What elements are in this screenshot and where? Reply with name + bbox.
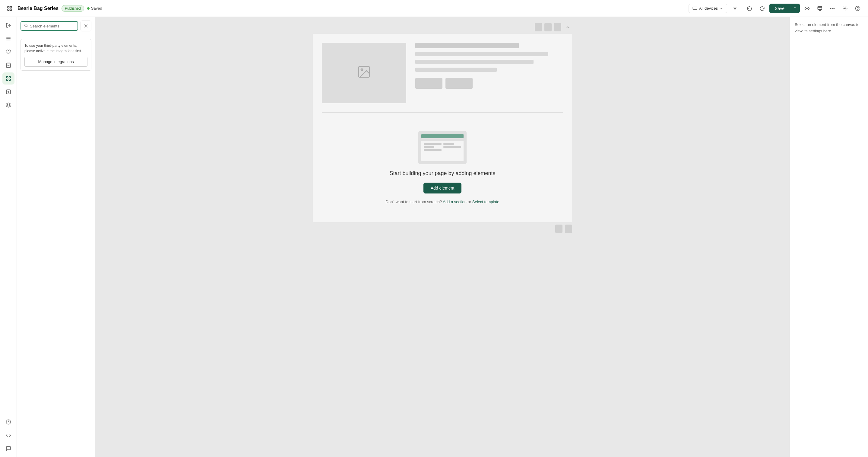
scratch-text: Don't want to start from scratch? Add a …: [386, 200, 499, 204]
canvas-page: Start building your page by adding eleme…: [313, 34, 572, 222]
product-buttons: [415, 78, 563, 89]
search-bar: [17, 17, 95, 35]
sidebar-item-exit[interactable]: [2, 19, 14, 31]
empty-state-preview: [418, 131, 467, 164]
more-options-button[interactable]: [827, 3, 838, 14]
svg-rect-1: [10, 6, 12, 8]
preview-line-4: [443, 143, 454, 145]
preview-col-2: [443, 143, 461, 159]
search-input-wrap[interactable]: [21, 21, 78, 31]
right-panel: Select an element from the canvas to vie…: [789, 17, 868, 457]
manage-integrations-button[interactable]: Manage integrations: [25, 57, 88, 67]
svg-point-10: [831, 8, 831, 8]
preview-line-1: [424, 143, 441, 145]
product-desc-bar-1: [415, 52, 548, 56]
save-dropdown-button[interactable]: [790, 4, 800, 13]
preview-line-5: [443, 146, 461, 148]
element-settings-button[interactable]: [81, 21, 91, 31]
sidebar-item-elements[interactable]: [2, 73, 14, 85]
preview-col-1: [424, 143, 441, 159]
product-title-bar: [415, 43, 519, 48]
redo-button[interactable]: [757, 3, 768, 14]
canvas-bottom-controls: [313, 225, 572, 233]
svg-point-32: [85, 25, 87, 27]
product-section: [313, 34, 572, 112]
preview-line-2: [424, 146, 434, 148]
device-selector[interactable]: All devices: [688, 4, 727, 13]
image-placeholder-icon: [357, 65, 371, 82]
svg-rect-9: [818, 6, 822, 10]
sidebar-item-add-section[interactable]: [2, 86, 14, 98]
add-section-link[interactable]: Add a section: [443, 200, 467, 204]
sidebar-item-store[interactable]: [2, 59, 14, 71]
svg-rect-0: [7, 6, 9, 8]
svg-rect-22: [9, 76, 10, 78]
product-info: [406, 43, 563, 103]
icon-sidebar: [0, 17, 17, 457]
sidebar-item-pages[interactable]: [2, 33, 14, 45]
saved-badge: Saved: [87, 6, 102, 10]
preview-bar-top: [421, 134, 464, 138]
filters-button[interactable]: [730, 3, 740, 14]
save-button[interactable]: Save: [769, 4, 790, 13]
svg-point-34: [361, 69, 363, 70]
svg-rect-23: [6, 79, 8, 81]
product-image-placeholder: [322, 43, 406, 103]
saved-dot: [87, 7, 90, 10]
settings-hint: Select an element from the canvas to vie…: [795, 22, 863, 34]
svg-rect-3: [10, 9, 12, 10]
integration-info-box: To use your third-party elements, please…: [21, 39, 91, 70]
canvas-controls: [313, 23, 572, 31]
empty-state-title: Start building your page by adding eleme…: [390, 170, 495, 177]
header-right: Save: [744, 3, 863, 14]
svg-point-13: [844, 7, 846, 9]
svg-point-30: [25, 24, 27, 27]
svg-rect-21: [6, 76, 8, 78]
canvas-area: Start building your page by adding eleme…: [95, 17, 789, 457]
svg-rect-24: [9, 79, 10, 81]
preview-line-3: [424, 149, 441, 151]
preview-button[interactable]: [802, 3, 812, 14]
empty-state: Start building your page by adding eleme…: [313, 113, 572, 222]
save-button-group: Save: [769, 4, 800, 13]
product-btn-1: [415, 78, 442, 89]
canvas-collapse-button[interactable]: [564, 23, 572, 31]
canvas-bottom-control-1[interactable]: [555, 225, 562, 233]
undo-button[interactable]: [744, 3, 755, 14]
svg-marker-28: [6, 103, 10, 105]
svg-rect-4: [693, 7, 697, 9]
back-button[interactable]: [5, 4, 14, 13]
svg-rect-2: [7, 9, 9, 10]
main-layout: To use your third-party elements, please…: [0, 17, 868, 457]
info-message: To use your third-party elements, please…: [25, 44, 82, 53]
sidebar-item-code[interactable]: [2, 429, 14, 441]
left-panel: To use your third-party elements, please…: [17, 17, 95, 457]
svg-line-31: [27, 26, 27, 27]
help-button[interactable]: [852, 3, 863, 14]
svg-point-11: [832, 8, 833, 8]
canvas-control-1[interactable]: [535, 23, 542, 31]
sidebar-item-media[interactable]: [2, 46, 14, 58]
header-left: Bearie Bag Series Published Saved: [5, 4, 685, 13]
canvas-control-3[interactable]: [554, 23, 561, 31]
header: Bearie Bag Series Published Saved All de…: [0, 0, 868, 17]
search-icon: [24, 24, 28, 28]
product-desc-bar-3: [415, 67, 497, 72]
published-badge: Published: [62, 5, 84, 12]
sidebar-item-history[interactable]: [2, 416, 14, 428]
header-center: All devices: [688, 3, 740, 14]
search-input[interactable]: [30, 24, 74, 28]
select-template-link[interactable]: Select template: [472, 200, 499, 204]
product-desc-bar-2: [415, 60, 533, 64]
preview-content-area: [421, 141, 464, 161]
product-btn-2: [445, 78, 473, 89]
publish-button[interactable]: [814, 3, 825, 14]
svg-point-12: [834, 8, 834, 8]
svg-point-8: [806, 8, 808, 9]
settings-button[interactable]: [840, 3, 850, 14]
canvas-bottom-control-2[interactable]: [565, 225, 572, 233]
sidebar-item-chat[interactable]: [2, 442, 14, 455]
sidebar-item-layers[interactable]: [2, 99, 14, 111]
add-element-button[interactable]: Add element: [424, 182, 462, 194]
canvas-control-2[interactable]: [545, 23, 552, 31]
